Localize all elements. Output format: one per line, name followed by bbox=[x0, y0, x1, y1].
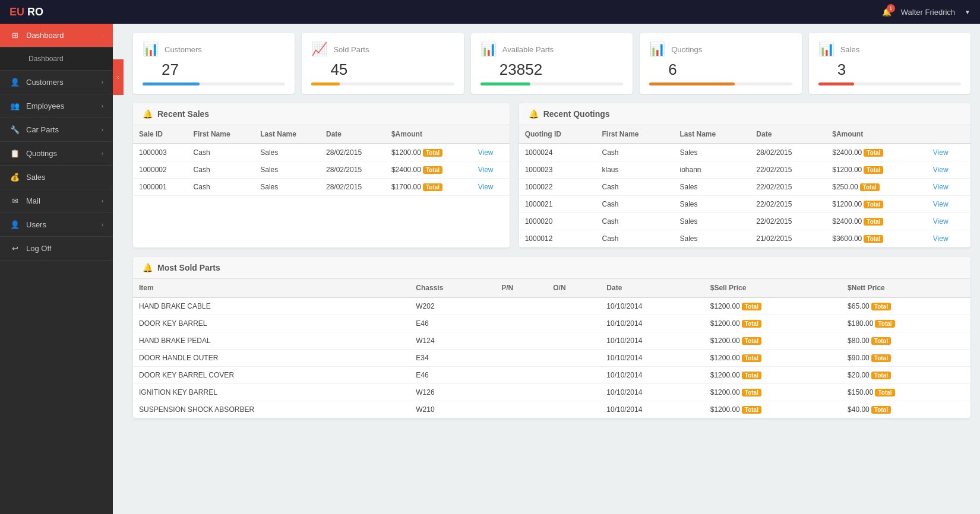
first-name-q: Cash bbox=[596, 213, 674, 230]
view-button[interactable]: View bbox=[478, 148, 494, 157]
view-button[interactable]: View bbox=[933, 217, 949, 226]
stat-card-available-parts: 📊 Available Parts 23852 bbox=[471, 33, 633, 94]
view-cell-q: View bbox=[927, 161, 970, 179]
part-nett: $65.00Total bbox=[842, 297, 970, 315]
user-name: Walter Friedrich bbox=[901, 8, 955, 17]
col-amount: $Amount bbox=[385, 125, 472, 144]
first-name: Cash bbox=[188, 179, 255, 196]
view-cell-q: View bbox=[927, 230, 970, 248]
part-item: SUSPENSION SHOCK ABSORBER bbox=[133, 401, 410, 418]
most-sold-parts-header: 🔔 Most Sold Parts bbox=[133, 257, 970, 279]
quoting-id: 1000024 bbox=[519, 144, 596, 161]
col-chassis: Chassis bbox=[410, 279, 495, 297]
amount: $1700.00Total bbox=[385, 179, 472, 196]
view-button[interactable]: View bbox=[933, 200, 949, 208]
first-name-q: Cash bbox=[596, 196, 674, 213]
sidebar-item-sales[interactable]: 💰 Sales bbox=[0, 166, 113, 189]
part-nett: $150.00Total bbox=[842, 384, 970, 401]
part-chassis: W210 bbox=[410, 401, 495, 418]
recent-quotings-title: Recent Quotings bbox=[543, 109, 610, 119]
sidebar-label-sales: Sales bbox=[26, 173, 46, 182]
part-pn bbox=[495, 350, 547, 367]
view-button[interactable]: View bbox=[933, 183, 949, 191]
amount-q: $2400.00Total bbox=[826, 213, 927, 230]
sidebar-item-dashboard[interactable]: ⊞ Dashboard › bbox=[0, 24, 113, 47]
sidebar-item-users[interactable]: 👤 Users › bbox=[0, 213, 113, 237]
col-pn: P/N bbox=[495, 279, 547, 297]
part-sell: $1200.00Total bbox=[704, 367, 842, 384]
table-row: 1000022 Cash Sales 22/02/2015 $250.00Tot… bbox=[519, 179, 970, 196]
view-button[interactable]: View bbox=[478, 166, 494, 174]
part-nett: $180.00Total bbox=[842, 315, 970, 332]
recent-quotings-table: Quoting ID First Name Last Name Date $Am… bbox=[519, 125, 970, 248]
amount-q: $2400.00Total bbox=[826, 144, 927, 161]
carparts-icon: 🔧 bbox=[10, 125, 20, 134]
col-part-date: Date bbox=[600, 279, 704, 297]
sidebar-item-mail[interactable]: ✉ Mail › bbox=[0, 189, 113, 213]
date-q: 28/02/2015 bbox=[750, 144, 826, 161]
amount-q: $1200.00Total bbox=[826, 196, 927, 213]
quoting-id: 1000023 bbox=[519, 161, 596, 179]
stat-card-customers: 📊 Customers 27 bbox=[133, 33, 295, 94]
view-cell-q: View bbox=[927, 196, 970, 213]
chevron-quotings-icon: › bbox=[102, 150, 103, 157]
part-on bbox=[547, 367, 600, 384]
bell-button[interactable]: 🔔 1 bbox=[882, 8, 892, 17]
recent-sales-table: Sale ID First Name Last Name Date $Amoun… bbox=[133, 125, 510, 196]
table-row: 1000002 Cash Sales 28/02/2015 $2400.00To… bbox=[133, 161, 510, 179]
total-badge: Total bbox=[864, 166, 883, 174]
sidebar: ⊞ Dashboard › Dashboard 👤 Customers › bbox=[0, 24, 113, 514]
dashboard-icon: ⊞ bbox=[10, 31, 20, 40]
part-on bbox=[547, 350, 600, 367]
table-row: DOOR HANDLE OUTER E34 10/10/2014 $1200.0… bbox=[133, 350, 970, 367]
part-chassis: W124 bbox=[410, 332, 495, 350]
first-name-q: Cash bbox=[596, 179, 674, 196]
sidebar-wrapper: ⊞ Dashboard › Dashboard 👤 Customers › bbox=[0, 24, 124, 514]
availableparts-stat-label: Available Parts bbox=[502, 45, 554, 54]
quoting-id: 1000022 bbox=[519, 179, 596, 196]
total-badge: Total bbox=[871, 406, 891, 414]
table-row: HAND BRAKE PEDAL W124 10/10/2014 $1200.0… bbox=[133, 332, 970, 350]
col-last-name: Last Name bbox=[254, 125, 320, 144]
sidebar-item-quotings[interactable]: 📋 Quotings › bbox=[0, 142, 113, 166]
table-row: DOOR KEY BARREL COVER E46 10/10/2014 $12… bbox=[133, 367, 970, 384]
part-item: DOOR KEY BARREL bbox=[133, 315, 410, 332]
view-button[interactable]: View bbox=[933, 148, 949, 157]
col-nett-price: $Nett Price bbox=[842, 279, 970, 297]
total-badge: Total bbox=[875, 320, 894, 328]
sales-bar-container bbox=[818, 83, 961, 85]
part-pn bbox=[495, 384, 547, 401]
part-item: DOOR HANDLE OUTER bbox=[133, 350, 410, 367]
sales-stat-value: 3 bbox=[818, 61, 961, 79]
view-button[interactable]: View bbox=[478, 183, 494, 191]
total-badge: Total bbox=[864, 149, 883, 157]
quotings-icon: 📋 bbox=[10, 149, 20, 158]
amount-q: $3600.00Total bbox=[826, 230, 927, 248]
sale-id: 1000003 bbox=[133, 144, 188, 161]
sale-id: 1000002 bbox=[133, 161, 188, 179]
col-amount-q: $Amount bbox=[826, 125, 927, 144]
soldparts-stat-icon: 📈 bbox=[311, 42, 327, 57]
sales-icon: 💰 bbox=[10, 173, 20, 182]
sidebar-label-carparts: Car Parts bbox=[26, 125, 59, 134]
total-badge: Total bbox=[742, 337, 761, 345]
quoting-id: 1000012 bbox=[519, 230, 596, 248]
part-nett: $40.00Total bbox=[842, 401, 970, 418]
part-item: DOOR KEY BARREL COVER bbox=[133, 367, 410, 384]
quotings-bar bbox=[649, 83, 735, 85]
view-button[interactable]: View bbox=[933, 166, 949, 174]
sidebar-item-employees[interactable]: 👥 Employees › bbox=[0, 94, 113, 118]
sidebar-item-logoff[interactable]: ↩ Log Off bbox=[0, 237, 113, 261]
sidebar-item-dashboard-sub[interactable]: Dashboard bbox=[0, 47, 113, 71]
total-badge: Total bbox=[875, 389, 894, 396]
availableparts-stat-icon: 📊 bbox=[480, 42, 497, 57]
most-sold-parts-table: Item Chassis P/N O/N Date $Sell Price $N… bbox=[133, 279, 970, 418]
part-nett: $90.00Total bbox=[842, 350, 970, 367]
last-name: Sales bbox=[254, 161, 320, 179]
sidebar-item-car-parts[interactable]: 🔧 Car Parts › bbox=[0, 118, 113, 142]
part-date: 10/10/2014 bbox=[600, 297, 704, 315]
sidebar-item-customers[interactable]: 👤 Customers › bbox=[0, 71, 113, 94]
view-button[interactable]: View bbox=[933, 234, 949, 243]
part-on bbox=[547, 384, 600, 401]
sidebar-toggle-button[interactable]: ‹ bbox=[113, 59, 124, 95]
